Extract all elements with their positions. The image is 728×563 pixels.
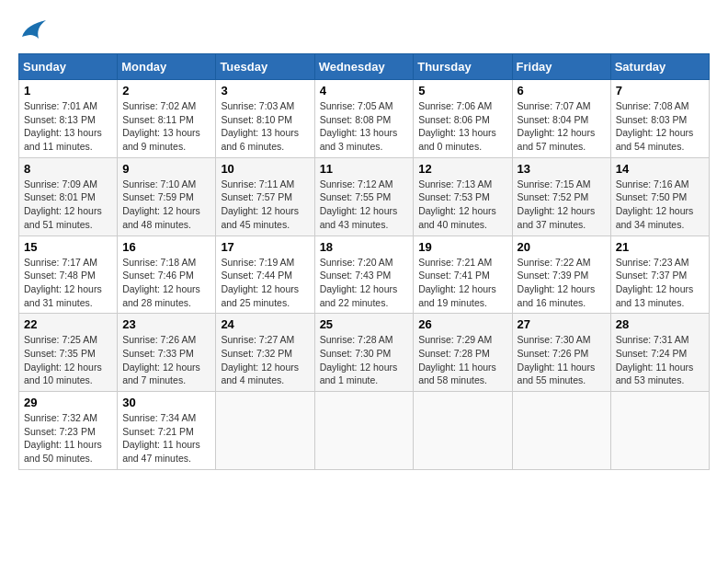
day-info: Sunrise: 7:18 AMSunset: 7:46 PMDaylight:… — [122, 256, 210, 310]
day-number: 10 — [221, 162, 309, 176]
day-info: Sunrise: 7:21 AMSunset: 7:41 PMDaylight:… — [418, 256, 506, 310]
day-info: Sunrise: 7:26 AMSunset: 7:33 PMDaylight:… — [122, 333, 210, 387]
table-row: 26Sunrise: 7:29 AMSunset: 7:28 PMDayligh… — [414, 314, 512, 392]
day-number: 13 — [518, 162, 606, 176]
day-number: 5 — [418, 84, 506, 98]
day-info: Sunrise: 7:29 AMSunset: 7:28 PMDaylight:… — [418, 333, 506, 387]
table-row: 6Sunrise: 7:07 AMSunset: 8:04 PMDaylight… — [512, 80, 610, 158]
table-row: 13Sunrise: 7:15 AMSunset: 7:52 PMDayligh… — [512, 157, 610, 236]
day-number: 28 — [616, 317, 704, 331]
day-number: 25 — [320, 317, 409, 331]
day-info: Sunrise: 7:34 AMSunset: 7:21 PMDaylight:… — [122, 411, 210, 465]
col-saturday: Saturday — [610, 54, 709, 80]
table-row: 5Sunrise: 7:06 AMSunset: 8:06 PMDaylight… — [414, 80, 512, 158]
day-info: Sunrise: 7:03 AMSunset: 8:10 PMDaylight:… — [221, 99, 309, 154]
day-info: Sunrise: 7:13 AMSunset: 7:53 PMDaylight:… — [418, 178, 506, 232]
day-number: 27 — [518, 317, 606, 331]
day-number: 30 — [122, 396, 210, 409]
day-info: Sunrise: 7:09 AMSunset: 8:01 PMDaylight:… — [24, 178, 112, 232]
table-row — [414, 392, 512, 470]
day-info: Sunrise: 7:32 AMSunset: 7:23 PMDaylight:… — [24, 411, 112, 465]
day-info: Sunrise: 7:22 AMSunset: 7:39 PMDaylight:… — [518, 256, 606, 310]
table-row — [314, 392, 414, 470]
calendar-table: Sunday Monday Tuesday Wednesday Thursday… — [18, 53, 710, 470]
day-number: 16 — [122, 240, 210, 254]
day-info: Sunrise: 7:27 AMSunset: 7:32 PMDaylight:… — [221, 333, 309, 387]
col-monday: Monday — [118, 54, 216, 80]
day-number: 22 — [24, 317, 112, 331]
table-row: 11Sunrise: 7:12 AMSunset: 7:55 PMDayligh… — [314, 157, 414, 236]
day-info: Sunrise: 7:07 AMSunset: 8:04 PMDaylight:… — [518, 99, 606, 154]
table-row: 8Sunrise: 7:09 AMSunset: 8:01 PMDaylight… — [19, 157, 118, 236]
table-row: 29Sunrise: 7:32 AMSunset: 7:23 PMDayligh… — [19, 392, 118, 470]
day-info: Sunrise: 7:15 AMSunset: 7:52 PMDaylight:… — [518, 178, 606, 232]
table-row: 22Sunrise: 7:25 AMSunset: 7:35 PMDayligh… — [19, 314, 118, 392]
day-info: Sunrise: 7:05 AMSunset: 8:08 PMDaylight:… — [320, 99, 409, 154]
table-row: 25Sunrise: 7:28 AMSunset: 7:30 PMDayligh… — [314, 314, 414, 392]
col-friday: Friday — [512, 54, 610, 80]
day-info: Sunrise: 7:17 AMSunset: 7:48 PMDaylight:… — [24, 256, 112, 310]
table-row: 28Sunrise: 7:31 AMSunset: 7:24 PMDayligh… — [610, 314, 709, 392]
day-number: 19 — [418, 240, 506, 254]
table-row: 17Sunrise: 7:19 AMSunset: 7:44 PMDayligh… — [216, 236, 314, 314]
table-row: 12Sunrise: 7:13 AMSunset: 7:53 PMDayligh… — [414, 157, 512, 236]
table-row: 24Sunrise: 7:27 AMSunset: 7:32 PMDayligh… — [216, 314, 314, 392]
calendar-week-3: 15Sunrise: 7:17 AMSunset: 7:48 PMDayligh… — [19, 236, 710, 314]
day-number: 14 — [616, 162, 704, 176]
day-number: 3 — [221, 84, 309, 98]
table-row: 23Sunrise: 7:26 AMSunset: 7:33 PMDayligh… — [118, 314, 216, 392]
table-row: 2Sunrise: 7:02 AMSunset: 8:11 PMDaylight… — [118, 80, 216, 158]
day-number: 17 — [221, 240, 309, 254]
table-row — [610, 392, 709, 470]
calendar-week-1: 1Sunrise: 7:01 AMSunset: 8:13 PMDaylight… — [19, 80, 710, 158]
table-row: 15Sunrise: 7:17 AMSunset: 7:48 PMDayligh… — [19, 236, 118, 314]
day-number: 2 — [122, 84, 210, 98]
col-wednesday: Wednesday — [314, 54, 414, 80]
table-row — [512, 392, 610, 470]
day-number: 18 — [320, 240, 409, 254]
table-row: 20Sunrise: 7:22 AMSunset: 7:39 PMDayligh… — [512, 236, 610, 314]
day-number: 24 — [221, 317, 309, 331]
day-number: 15 — [24, 240, 112, 254]
column-headers: Sunday Monday Tuesday Wednesday Thursday… — [19, 54, 710, 80]
day-number: 21 — [616, 240, 704, 254]
table-row: 16Sunrise: 7:18 AMSunset: 7:46 PMDayligh… — [118, 236, 216, 314]
day-info: Sunrise: 7:02 AMSunset: 8:11 PMDaylight:… — [122, 99, 210, 154]
day-number: 1 — [24, 84, 112, 98]
day-number: 29 — [24, 396, 112, 409]
table-row: 30Sunrise: 7:34 AMSunset: 7:21 PMDayligh… — [118, 392, 216, 470]
day-info: Sunrise: 7:06 AMSunset: 8:06 PMDaylight:… — [418, 99, 506, 154]
table-row: 14Sunrise: 7:16 AMSunset: 7:50 PMDayligh… — [610, 157, 709, 236]
table-row — [216, 392, 314, 470]
day-number: 11 — [320, 162, 409, 176]
table-row: 18Sunrise: 7:20 AMSunset: 7:43 PMDayligh… — [314, 236, 414, 314]
day-info: Sunrise: 7:19 AMSunset: 7:44 PMDaylight:… — [221, 256, 309, 310]
day-info: Sunrise: 7:20 AMSunset: 7:43 PMDaylight:… — [320, 256, 409, 310]
day-info: Sunrise: 7:08 AMSunset: 8:03 PMDaylight:… — [616, 99, 704, 154]
calendar-week-4: 22Sunrise: 7:25 AMSunset: 7:35 PMDayligh… — [19, 314, 710, 392]
table-row: 21Sunrise: 7:23 AMSunset: 7:37 PMDayligh… — [610, 236, 709, 314]
table-row: 4Sunrise: 7:05 AMSunset: 8:08 PMDaylight… — [314, 80, 414, 158]
day-info: Sunrise: 7:16 AMSunset: 7:50 PMDaylight:… — [616, 178, 704, 232]
table-row: 1Sunrise: 7:01 AMSunset: 8:13 PMDaylight… — [19, 80, 118, 158]
table-row: 3Sunrise: 7:03 AMSunset: 8:10 PMDaylight… — [216, 80, 314, 158]
col-tuesday: Tuesday — [216, 54, 314, 80]
day-number: 4 — [320, 84, 409, 98]
calendar-week-5: 29Sunrise: 7:32 AMSunset: 7:23 PMDayligh… — [19, 392, 710, 470]
day-number: 8 — [24, 162, 112, 176]
day-info: Sunrise: 7:25 AMSunset: 7:35 PMDaylight:… — [24, 333, 112, 387]
day-number: 12 — [418, 162, 506, 176]
day-info: Sunrise: 7:31 AMSunset: 7:24 PMDaylight:… — [616, 333, 704, 387]
day-number: 20 — [518, 240, 606, 254]
day-info: Sunrise: 7:30 AMSunset: 7:26 PMDaylight:… — [518, 333, 606, 387]
day-info: Sunrise: 7:11 AMSunset: 7:57 PMDaylight:… — [221, 178, 309, 232]
day-number: 26 — [418, 317, 506, 331]
table-row: 7Sunrise: 7:08 AMSunset: 8:03 PMDaylight… — [610, 80, 709, 158]
logo-bird-icon — [20, 18, 48, 44]
day-number: 9 — [122, 162, 210, 176]
day-number: 23 — [122, 317, 210, 331]
table-row: 9Sunrise: 7:10 AMSunset: 7:59 PMDaylight… — [118, 157, 216, 236]
table-row: 27Sunrise: 7:30 AMSunset: 7:26 PMDayligh… — [512, 314, 610, 392]
day-info: Sunrise: 7:12 AMSunset: 7:55 PMDaylight:… — [320, 178, 409, 232]
logo — [18, 18, 48, 44]
